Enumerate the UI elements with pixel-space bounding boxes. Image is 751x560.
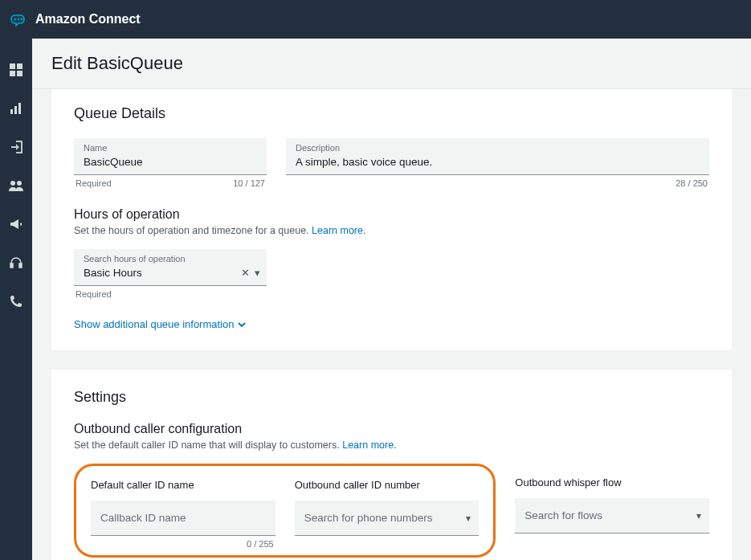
- caller-id-name-label: Default caller ID name: [91, 479, 276, 491]
- brand-title: Amazon Connect: [35, 12, 141, 27]
- connect-logo-icon: [8, 10, 27, 29]
- description-count: 28 / 250: [675, 178, 708, 188]
- svg-rect-6: [17, 71, 22, 76]
- headset-icon[interactable]: [9, 255, 23, 270]
- svg-point-0: [14, 18, 16, 20]
- announce-icon[interactable]: [9, 217, 23, 231]
- chevron-down-icon: [237, 320, 247, 329]
- svg-point-2: [21, 18, 22, 20]
- highlighted-callout: Default caller ID name 0 / 255 Outbound …: [74, 464, 496, 558]
- name-label: Name: [74, 138, 267, 153]
- hours-search-label: Search hours of operation: [74, 249, 267, 264]
- svg-point-11: [17, 181, 22, 186]
- svg-rect-12: [10, 264, 13, 268]
- settings-card: Settings Outbound caller configuration S…: [51, 370, 732, 560]
- queue-details-title: Queue Details: [74, 105, 709, 122]
- phone-icon[interactable]: [9, 294, 23, 309]
- svg-point-1: [18, 18, 19, 20]
- svg-rect-8: [14, 106, 17, 114]
- outbound-config-desc: Set the default caller ID name that will…: [74, 439, 709, 451]
- svg-point-10: [10, 181, 15, 186]
- description-input[interactable]: [286, 153, 709, 174]
- whisper-flow-select[interactable]: [515, 498, 709, 533]
- hours-required-hint: Required: [76, 289, 112, 299]
- caller-id-number-label: Outbound caller ID number: [295, 479, 480, 491]
- chevron-down-icon[interactable]: ▾: [255, 267, 260, 279]
- svg-rect-13: [19, 264, 22, 268]
- users-icon[interactable]: [9, 178, 23, 193]
- whisper-flow-label: Outbound whisper flow: [515, 476, 709, 488]
- description-label: Description: [286, 138, 709, 153]
- analytics-icon[interactable]: [9, 101, 23, 116]
- caller-id-name-count: 0 / 255: [247, 539, 274, 549]
- hours-title: Hours of operation: [74, 207, 709, 222]
- page-title-bar: Edit BasicQueue: [32, 39, 751, 89]
- top-header: Amazon Connect: [0, 0, 751, 39]
- page-title: Edit BasicQueue: [51, 53, 732, 74]
- queue-details-card: Queue Details Name Required 10 / 127: [51, 89, 732, 350]
- dashboard-icon[interactable]: [9, 63, 23, 77]
- name-count: 10 / 127: [233, 178, 265, 188]
- name-required-hint: Required: [76, 178, 112, 188]
- clear-icon[interactable]: ✕: [241, 267, 250, 279]
- svg-rect-5: [10, 71, 15, 76]
- hours-desc: Set the hours of operation and timezone …: [74, 225, 709, 236]
- svg-rect-4: [17, 63, 22, 69]
- hours-learn-more-link[interactable]: Learn more.: [312, 225, 365, 236]
- hours-select[interactable]: [74, 264, 267, 285]
- settings-title: Settings: [74, 389, 709, 406]
- main-content: Edit BasicQueue Queue Details Name Requi…: [32, 39, 751, 560]
- outbound-config-title: Outbound caller configuration: [74, 422, 709, 436]
- outbound-learn-more-link[interactable]: Learn more.: [342, 439, 396, 451]
- svg-rect-9: [18, 103, 21, 114]
- show-additional-toggle[interactable]: Show additional queue information: [74, 318, 247, 330]
- svg-rect-3: [10, 63, 15, 69]
- caller-id-number-select[interactable]: [295, 501, 480, 536]
- routing-icon[interactable]: [9, 140, 23, 154]
- svg-rect-7: [10, 109, 13, 114]
- name-input[interactable]: [74, 153, 267, 174]
- caller-id-name-input[interactable]: [91, 501, 276, 536]
- sidebar: [0, 39, 32, 560]
